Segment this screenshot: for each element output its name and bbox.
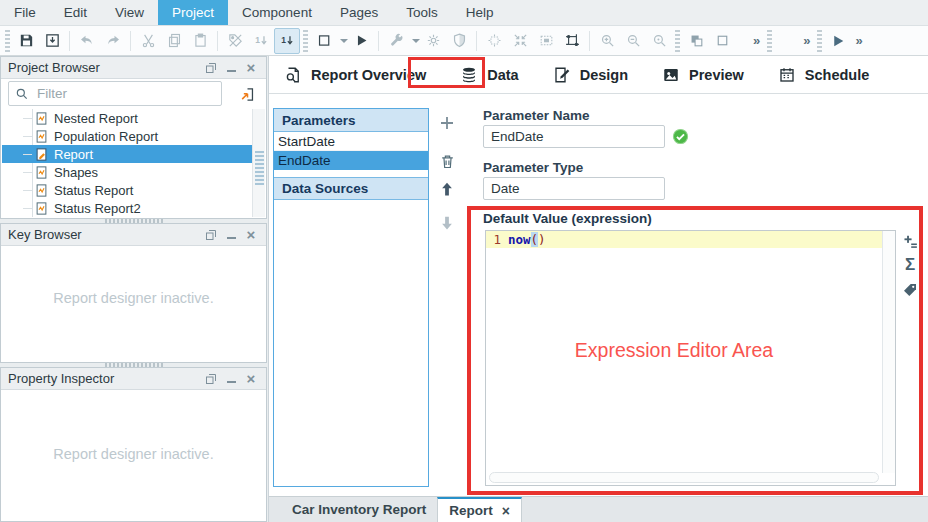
- tree-item-shapes[interactable]: Shapes: [2, 163, 265, 181]
- tree-item-status-report[interactable]: Status Report: [2, 181, 265, 199]
- tab-report-active[interactable]: Report ×: [437, 497, 522, 522]
- zoom-out-button[interactable]: [620, 28, 646, 54]
- play-icon: [829, 32, 847, 50]
- expression-function: now: [508, 232, 531, 247]
- tree-item-population-report[interactable]: Population Report: [2, 127, 265, 145]
- tree-scrollbar[interactable]: [252, 109, 265, 217]
- insert-expression-button[interactable]: [899, 231, 921, 251]
- toolbar-overflow-chevron[interactable]: »: [851, 33, 866, 48]
- scroll-down-arrow[interactable]: [253, 205, 265, 217]
- tree-item-report-selected[interactable]: Report: [2, 145, 265, 163]
- scroll-right-arrow[interactable]: [865, 473, 877, 482]
- collapse-selection-button[interactable]: [507, 28, 533, 54]
- save-import-icon: [44, 32, 61, 49]
- sort-ascending-button[interactable]: 1: [248, 28, 274, 54]
- tree-item-nested-report[interactable]: Nested Report: [2, 109, 265, 127]
- wrench-icon: [388, 32, 405, 49]
- tab-schedule[interactable]: Schedule: [778, 66, 869, 84]
- parameter-type-select[interactable]: Date: [483, 177, 665, 200]
- menu-pages[interactable]: Pages: [326, 0, 392, 25]
- transform-shape-button[interactable]: [559, 28, 585, 54]
- undo-button[interactable]: [74, 28, 100, 54]
- insert-tag-button[interactable]: [899, 280, 921, 300]
- paste-button[interactable]: [187, 28, 213, 54]
- menu-file[interactable]: File: [0, 0, 50, 25]
- toolbar-drag-handle[interactable]: [767, 30, 772, 52]
- parameter-row-startdate[interactable]: StartDate: [274, 132, 428, 151]
- run-report-button[interactable]: [825, 28, 851, 54]
- menu-component[interactable]: Component: [228, 0, 326, 25]
- sort-descending-button-active[interactable]: 1: [274, 28, 300, 54]
- filter-input[interactable]: [37, 86, 215, 101]
- expand-selection-button[interactable]: [481, 28, 507, 54]
- preview-play-button[interactable]: [348, 28, 374, 54]
- expression-current-line[interactable]: 1now(): [486, 231, 895, 248]
- tab-preview[interactable]: Preview: [662, 66, 744, 84]
- jump-to-selection-button[interactable]: [235, 82, 260, 106]
- fit-to-selection-button[interactable]: [533, 28, 559, 54]
- delete-parameter-button[interactable]: [436, 150, 458, 172]
- toolbar-overflow-chevron[interactable]: »: [799, 33, 814, 48]
- tree-item-status-report2[interactable]: Status Report2: [2, 199, 265, 217]
- menu-edit[interactable]: Edit: [50, 0, 101, 25]
- tools-dropdown-caret[interactable]: [412, 39, 420, 47]
- move-parameter-up-button[interactable]: [436, 178, 458, 200]
- menu-help[interactable]: Help: [452, 0, 508, 25]
- menu-view[interactable]: View: [101, 0, 158, 25]
- toolbar-drag-handle[interactable]: [5, 30, 10, 52]
- close-tab-icon[interactable]: ×: [502, 503, 510, 519]
- toolbar-drag-handle[interactable]: [817, 30, 822, 52]
- aggregate-function-button[interactable]: Σ: [899, 255, 921, 275]
- menu-tools[interactable]: Tools: [392, 0, 452, 25]
- save-button[interactable]: [13, 28, 39, 54]
- close-panel-button[interactable]: ×: [243, 60, 259, 76]
- tools-wrench-button[interactable]: [383, 28, 409, 54]
- tab-car-inventory-report[interactable]: Car Inventory Report: [281, 497, 437, 522]
- toolbar-drag-handle[interactable]: [303, 30, 308, 52]
- no-tag-button[interactable]: [222, 28, 248, 54]
- scroll-up-arrow[interactable]: [253, 109, 265, 121]
- editor-horizontal-scrollbar[interactable]: [489, 472, 879, 483]
- save-and-publish-button[interactable]: [39, 28, 65, 54]
- parameter-row-enddate-selected[interactable]: EndDate: [274, 151, 428, 170]
- minimize-panel-button[interactable]: [223, 227, 239, 243]
- cut-button[interactable]: [135, 28, 161, 54]
- add-parameter-button[interactable]: [436, 112, 458, 134]
- tab-design[interactable]: Design: [553, 66, 628, 84]
- editor-vertical-scrollbar[interactable]: [882, 231, 895, 473]
- close-panel-button[interactable]: ×: [243, 371, 259, 387]
- close-panel-button[interactable]: ×: [243, 227, 259, 243]
- tab-label: Design: [580, 67, 628, 83]
- move-parameter-down-button[interactable]: [436, 212, 458, 234]
- tab-data[interactable]: Data: [460, 66, 518, 84]
- float-panel-button[interactable]: [203, 371, 219, 387]
- float-panel-button[interactable]: [203, 227, 219, 243]
- menu-project[interactable]: Project: [158, 0, 228, 25]
- scroll-left-arrow[interactable]: [491, 473, 503, 482]
- copy-button[interactable]: [161, 28, 187, 54]
- toolbar-drag-handle[interactable]: [675, 30, 680, 52]
- bring-forward-button[interactable]: [683, 28, 709, 54]
- minimize-panel-button[interactable]: [223, 60, 239, 76]
- tab-report-overview[interactable]: Report Overview: [284, 66, 426, 84]
- bring-forward-icon: [688, 32, 705, 49]
- zoom-reset-button[interactable]: [646, 28, 672, 54]
- zoom-in-button[interactable]: [594, 28, 620, 54]
- scroll-down-arrow[interactable]: [883, 460, 895, 472]
- parameter-name-input[interactable]: [483, 125, 665, 148]
- minimize-icon: [227, 381, 236, 383]
- security-shield-button[interactable]: [446, 28, 472, 54]
- scroll-up-arrow[interactable]: [883, 232, 895, 244]
- send-backward-button[interactable]: [709, 28, 735, 54]
- minimize-panel-button[interactable]: [223, 371, 239, 387]
- shape-tool-dropdown-caret[interactable]: [340, 39, 348, 47]
- gateway-settings-button[interactable]: [420, 28, 446, 54]
- toolbar-overflow-chevron[interactable]: »: [749, 33, 764, 48]
- scrollbar-thumb[interactable]: [255, 151, 264, 185]
- report-overview-icon: [284, 66, 302, 84]
- sigma-icon: Σ: [905, 255, 915, 275]
- float-panel-button[interactable]: [203, 60, 219, 76]
- shape-tool-button[interactable]: [311, 28, 337, 54]
- redo-button[interactable]: [100, 28, 126, 54]
- tab-label: Data: [487, 67, 518, 83]
